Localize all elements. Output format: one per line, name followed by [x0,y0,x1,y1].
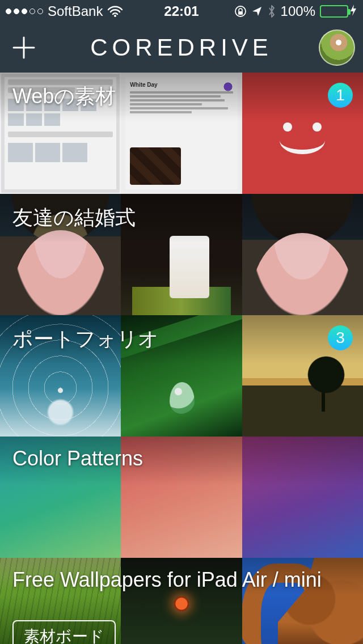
svg-rect-2 [238,11,243,15]
clock: 22:01 [164,3,199,19]
collection-row[interactable]: Webの素材 1 White Day [0,73,363,194]
nav-header: COREDRIVE [0,23,363,73]
wifi-icon [107,5,123,18]
location-icon [251,6,263,17]
thumbnail-tile[interactable] [121,194,242,315]
notification-badge: 1 [328,83,353,108]
status-bar: SoftBank 22:01 100% [0,0,363,23]
status-left: SoftBank [6,3,123,19]
charging-icon [349,4,357,19]
smiley-face-icon [273,122,332,154]
add-button[interactable] [8,32,40,63]
collection-row[interactable]: Color Patterns [0,437,363,558]
thumbnail-tile[interactable] [242,437,363,558]
collections-grid[interactable]: Webの素材 1 White Day 友達の結婚式 ポートフォリオ 3 [0,73,363,644]
collection-row[interactable]: Free Wallpapers for iPad Air / mini 素材ボー… [0,558,363,644]
collection-title: ポートフォリオ [12,325,159,353]
collection-row[interactable]: 友達の結婚式 [0,194,363,315]
status-right: 100% [234,3,357,19]
app-screen: SoftBank 22:01 100% [0,0,363,644]
carrier-label: SoftBank [48,3,103,19]
svg-point-0 [114,15,116,17]
plus-icon [11,35,36,60]
collection-row[interactable]: ポートフォリオ 3 [0,315,363,437]
collection-title: Webの素材 [12,83,116,111]
battery-percent: 100% [281,3,315,19]
cellular-signal-icon [6,9,43,14]
thumbnail-tile[interactable]: White Day [121,73,242,194]
collection-title: 友達の結婚式 [12,204,136,232]
profile-avatar[interactable] [319,29,355,66]
notification-badge: 3 [328,325,353,350]
orientation-lock-icon [234,5,247,18]
doc-heading: White Day [130,82,233,88]
bluetooth-icon [267,5,276,18]
material-board-button[interactable]: 素材ボード [12,620,116,644]
battery-icon [320,4,357,19]
thumbnail-tile[interactable] [242,194,363,315]
app-title: COREDRIVE [90,34,273,61]
collection-title: Color Patterns [12,447,143,471]
collection-title: Free Wallpapers for iPad Air / mini [12,568,322,592]
